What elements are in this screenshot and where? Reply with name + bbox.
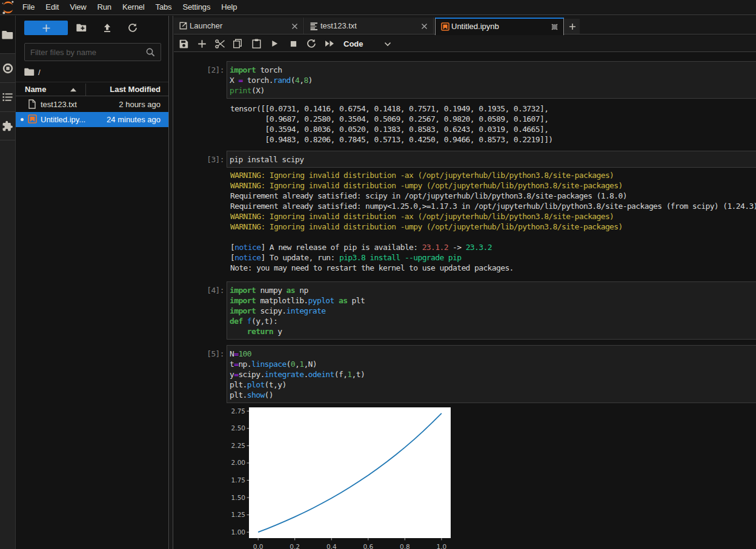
restart-icon: [307, 39, 316, 48]
code-line: def f(y,t):: [230, 316, 756, 326]
output-line: [0.3594, 0.8036, 0.0520, 0.1383, 0.8583,…: [230, 124, 756, 134]
file-name: test123.txt: [41, 100, 77, 109]
output-line: WARNING: Ignoring invalid distribution -…: [230, 222, 756, 232]
column-divider: [85, 84, 86, 96]
copy-cells-button[interactable]: [230, 36, 245, 51]
tab-dirty-indicator[interactable]: [550, 22, 559, 31]
menu-item-help[interactable]: Help: [216, 0, 242, 15]
file-filter-input[interactable]: [25, 44, 144, 61]
menu-item-run[interactable]: Run: [92, 0, 117, 15]
new-folder-icon: [76, 24, 87, 32]
copy-icon: [233, 39, 242, 48]
sidebar-item-running-sessions[interactable]: [0, 53, 15, 82]
x-tick-label: 0.6: [363, 543, 373, 549]
menu-item-edit[interactable]: Edit: [40, 0, 64, 15]
menu-item-tabs[interactable]: Tabs: [150, 0, 177, 15]
file-icon: [28, 99, 36, 109]
column-header-name[interactable]: Name: [25, 85, 46, 94]
plus-icon: [42, 24, 51, 33]
plus-icon: [569, 23, 576, 30]
cell-editor[interactable]: N=100t=np.linspace(0,1,N)y=scipy.integra…: [227, 345, 756, 403]
notebook-cell-4[interactable]: import numpy as npimport matplotlib.pypl…: [174, 281, 756, 340]
new-tab-button[interactable]: [565, 19, 580, 34]
cell-input-prompt: [2]:: [174, 65, 224, 75]
folder-icon: [2, 30, 13, 39]
save-icon: [179, 39, 188, 48]
running-indicator-dot: [21, 118, 24, 121]
add-cell-button[interactable]: [194, 36, 209, 51]
close-icon: [421, 23, 428, 30]
search-icon: [145, 47, 156, 58]
output-line: Requirement already satisfied: scipy in …: [230, 191, 756, 201]
cell-type-dropdown[interactable]: Code: [343, 35, 398, 52]
tab-label: Launcher: [190, 21, 222, 30]
upload-button[interactable]: [99, 21, 116, 35]
paste-icon: [252, 39, 261, 48]
jupyter-logo: [2, 1, 15, 15]
notebook-cell-3[interactable]: pip install scipy[3]:WARNING: Ignoring i…: [174, 151, 756, 273]
output-line: WARNING: Ignoring invalid distribution -…: [230, 211, 756, 222]
tab-close-button[interactable]: [290, 22, 299, 30]
y-tick-label: 1.75: [231, 476, 245, 484]
code-line: import matplotlib.pyplot as plt: [230, 295, 756, 306]
axes-background: [249, 407, 451, 538]
new-launcher-button[interactable]: [24, 21, 68, 35]
cell-editor[interactable]: import torchX = torch.rand(4,8)print(X): [227, 61, 756, 99]
sidebar-item-table-of-contents[interactable]: [0, 82, 15, 111]
column-header-modified[interactable]: Last Modified: [110, 85, 161, 94]
sidebar-item-file-browser[interactable]: [0, 16, 15, 53]
new-folder-button[interactable]: [73, 21, 90, 35]
y-tick-label: 1.00: [231, 528, 245, 536]
menu-item-kernel[interactable]: Kernel: [117, 0, 150, 15]
cell-type-value: Code: [343, 39, 363, 48]
interrupt-kernel-button[interactable]: [286, 36, 300, 51]
menu-item-file[interactable]: File: [17, 0, 40, 15]
x-tick-label: 0.8: [400, 543, 410, 549]
code-line: print(X): [230, 85, 756, 96]
cell-input-prompt: [4]:: [174, 285, 224, 295]
menu-item-settings[interactable]: Settings: [177, 0, 216, 15]
sidebar-splitter[interactable]: [170, 16, 173, 549]
run-cell-button[interactable]: [267, 36, 282, 51]
tab-untitled-ipynb[interactable]: Untitled.ipynb: [435, 18, 564, 35]
refresh-button[interactable]: [124, 21, 141, 35]
notebook-cell-5[interactable]: N=100t=np.linspace(0,1,N)y=scipy.integra…: [174, 345, 756, 549]
tab-close-button[interactable]: [420, 22, 428, 30]
y-tick-label: 2.50: [231, 424, 245, 432]
output-line: WARNING: Ignoring invalid distribution -…: [230, 170, 756, 180]
sort-ascending-caret-icon: [70, 88, 77, 92]
code-line: import torch: [230, 65, 756, 75]
restart-run-all-button[interactable]: [322, 36, 337, 51]
matplotlib-figure: 1.001.251.501.752.002.252.502.750.00.20.…: [227, 404, 482, 549]
file-row-test123-txt[interactable]: test123.txt2 hours ago: [16, 97, 168, 112]
table-of-contents-icon: [2, 93, 13, 102]
home-folder-icon[interactable]: [24, 68, 35, 76]
breadcrumb-root[interactable]: /: [38, 68, 41, 77]
x-tick-label: 0.4: [327, 543, 337, 549]
notebook-content[interactable]: import torchX = torch.rand(4,8)print(X)[…: [174, 52, 756, 549]
restart-kernel-button[interactable]: [304, 36, 319, 51]
code-line: t=np.linspace(0,1,N): [230, 359, 756, 369]
menu-item-view[interactable]: View: [64, 0, 91, 15]
fast-forward-icon: [325, 40, 334, 47]
file-listing: Name Last Modified test123.txt2 hours ag…: [16, 82, 168, 549]
tab-test123-txt[interactable]: test123.txt: [305, 18, 434, 34]
y-tick-label: 2.75: [231, 407, 245, 415]
output-line: [230, 232, 756, 242]
tab-label: Untitled.ipynb: [451, 22, 499, 31]
cell-editor[interactable]: import numpy as npimport matplotlib.pypl…: [227, 281, 756, 340]
y-tick-label: 2.00: [231, 459, 245, 466]
paste-cells-button[interactable]: [249, 36, 264, 51]
tab-launcher[interactable]: Launcher: [174, 18, 304, 34]
notebook-cell-2[interactable]: import torchX = torch.rand(4,8)print(X)[…: [174, 61, 756, 145]
file-filter-box: [24, 43, 161, 61]
save-button[interactable]: [176, 36, 191, 51]
run-icon: [271, 39, 279, 48]
cell-editor[interactable]: pip install scipy: [227, 151, 756, 168]
left-sidebar-strip: [0, 16, 16, 549]
sidebar-item-extension-manager[interactable]: [0, 111, 15, 140]
cut-cells-button[interactable]: [213, 36, 227, 51]
file-row-untitled-ipy-[interactable]: Untitled.ipy...24 minutes ago: [16, 112, 168, 127]
add-icon: [197, 39, 207, 48]
upload-icon: [102, 23, 112, 33]
